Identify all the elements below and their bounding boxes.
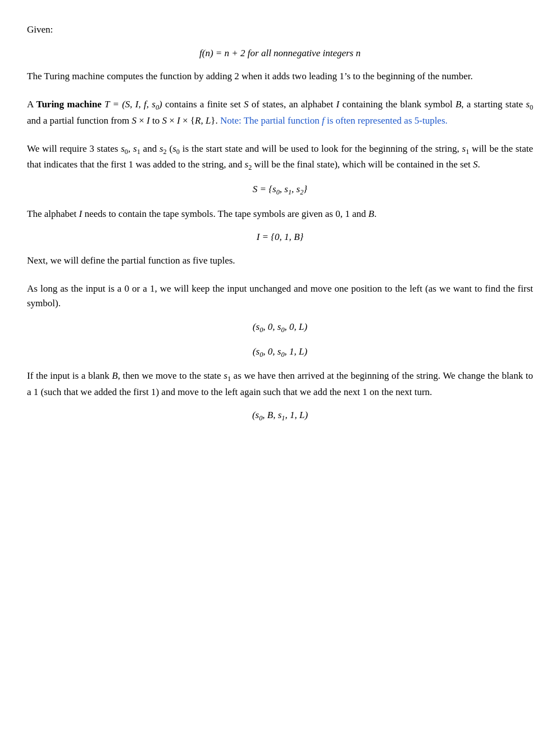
I-formula: I = {0, 1, B} [257,232,304,242]
para-turing-intro: The Turing machine computes the function… [27,69,533,84]
tuple2-display: (s0, 0, s0, 1, L) [27,344,533,360]
page-content: Given: f(n) = n + 2 for all nonnegative … [27,22,533,424]
tuple2-formula: (s0, 0, s0, 1, L) [253,346,307,357]
tuple3-display: (s0, B, s1, 1, L) [27,408,533,424]
turing-machine-bold: Turing machine [37,99,102,110]
main-formula: f(n) = n + 2 for all nonnegative integer… [199,48,361,58]
para-blank-input: If the input is a blank B, then we move … [27,369,533,400]
tuple3-formula: (s0, B, s1, 1, L) [252,410,308,420]
spacer-3 [27,271,533,282]
given-label: Given: [27,22,533,37]
para-turing-def: A Turing machine T = (S, I, f, s0) conta… [27,97,533,128]
S-display: S = {s0, s1, s2} [27,182,533,198]
I-display: I = {0, 1, B} [27,230,533,244]
tuple1-formula: (s0, 0, s0, 0, L) [253,321,307,332]
turing-machine-formula: T = (S, I, f, s0) [104,99,165,110]
para-states: We will require 3 states s0, s1 and s2 (… [27,142,533,174]
spacer-2 [27,131,533,142]
tuple1-display: (s0, 0, s0, 0, L) [27,320,533,335]
S-formula: S = {s0, s1, s2} [253,184,307,194]
para-input-zero-one: As long as the input is a 0 or a 1, we w… [27,282,533,311]
para-alphabet: The alphabet I needs to contain the tape… [27,207,533,221]
blue-note: Note: The partial function f is often re… [220,115,448,126]
given-text: Given: [27,24,53,35]
formula-display: f(n) = n + 2 for all nonnegative integer… [27,46,533,61]
spacer-1 [27,87,533,98]
para-partial-function: Next, we will define the partial functio… [27,253,533,268]
